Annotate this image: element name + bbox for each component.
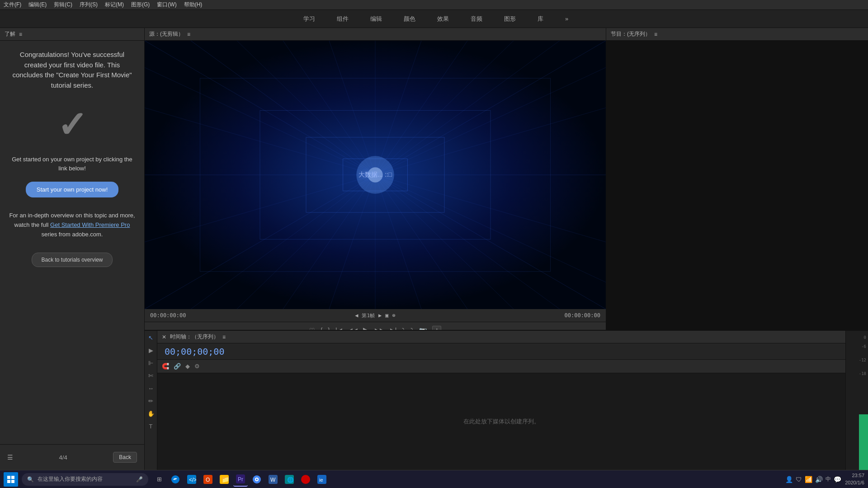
clock-date: 2020/1/6: [845, 479, 864, 486]
text-tool[interactable]: T: [146, 421, 156, 431]
timeline-close-icon[interactable]: ✕: [162, 334, 166, 340]
office-app[interactable]: O: [201, 472, 215, 487]
shield-icon[interactable]: 🛡: [796, 476, 802, 483]
meter-label-0: 0: [864, 335, 866, 340]
source-monitor: 源：(无剪辑） ≡: [145, 28, 606, 339]
volume-icon[interactable]: 🔊: [815, 476, 823, 483]
explorer-app[interactable]: 📁: [217, 472, 231, 487]
tl-link-btn[interactable]: 🔗: [174, 363, 181, 370]
nav-graphics[interactable]: 图形: [500, 13, 519, 25]
windows-start-button[interactable]: [4, 472, 18, 487]
vscode-icon: </>: [187, 475, 196, 484]
in-depth-suffix: series from adobe.com.: [42, 231, 103, 238]
timeline-tracks: 在此处放下媒体以创建序列。: [157, 373, 845, 470]
nav-components[interactable]: 组件: [333, 13, 352, 25]
network-wifi-icon[interactable]: 📶: [805, 476, 812, 483]
program-monitor-header: 节目：(无序列） ≡: [606, 28, 868, 41]
tl-add-marker-btn[interactable]: ◆: [185, 363, 190, 370]
taskbar-right: 👤 🛡 📶 🔊 中 💬 23:57 2020/1/6: [785, 472, 864, 486]
menu-clip[interactable]: 剪辑(C): [54, 1, 72, 9]
ime-icon[interactable]: 中: [826, 475, 831, 483]
menu-graphics[interactable]: 图形(G): [131, 1, 150, 9]
vscode-app[interactable]: </>: [184, 472, 199, 487]
empty-timeline-message: 在此处放下媒体以创建序列。: [463, 418, 540, 426]
taskbar-search-bar[interactable]: 🔍 在这里输入你要搜索的内容 🎤: [22, 473, 148, 486]
nav-library[interactable]: 库: [534, 13, 547, 25]
menu-window[interactable]: 窗口(W): [157, 1, 176, 9]
tl-snap-btn[interactable]: 🧲: [162, 363, 169, 370]
svg-text:O: O: [206, 477, 210, 483]
frame-fwd-icon[interactable]: ▶: [378, 312, 382, 319]
red-app[interactable]: [298, 472, 313, 487]
source-monitor-video: 大数据... ::□: [145, 41, 606, 309]
nav-learn[interactable]: 学习: [300, 13, 319, 25]
pen-tool[interactable]: ✏: [146, 396, 156, 406]
chrome-app[interactable]: [250, 472, 264, 487]
nav-edit[interactable]: 编辑: [367, 13, 386, 25]
office-icon: O: [203, 475, 212, 484]
nav-more-icon[interactable]: »: [565, 15, 568, 22]
frame-back-icon[interactable]: ◀: [355, 312, 358, 319]
svg-rect-41: [11, 480, 14, 483]
timeline-header: ✕ 时间轴：（无序列） ≡: [157, 331, 845, 343]
hand-tool[interactable]: ✋: [146, 408, 156, 418]
svg-text:🌐: 🌐: [287, 476, 294, 483]
meter-label-12: -12: [859, 358, 866, 362]
source-monitor-title: 源：(无剪辑）: [149, 30, 184, 38]
menu-sequence[interactable]: 序列(S): [80, 1, 98, 9]
program-monitor-menu-icon[interactable]: ≡: [654, 31, 657, 38]
nav-effects[interactable]: 效果: [434, 13, 453, 25]
panel-footer: ☰ 4/4 Back: [0, 444, 144, 470]
back-button[interactable]: Back: [113, 452, 137, 463]
menu-edit[interactable]: 编辑(E): [28, 1, 47, 9]
panel-content: Congratulations! You've successful creat…: [0, 41, 144, 444]
menu-help[interactable]: 帮助(H): [184, 1, 203, 9]
video-background: 大数据... ::□: [145, 41, 606, 309]
mic-icon[interactable]: 🎤: [136, 476, 143, 483]
word-app[interactable]: W: [266, 472, 280, 487]
nav-color[interactable]: 颜色: [400, 13, 419, 25]
timeline-timecode-value: 00;00;00;00: [165, 346, 224, 357]
expand-icon[interactable]: ⊕: [392, 312, 396, 319]
slip-tool[interactable]: ↔: [146, 383, 156, 393]
back-tutorials-button[interactable]: Back to tutorials overview: [32, 253, 112, 267]
razor-tool[interactable]: ✄: [146, 371, 156, 380]
ripple-edit-tool[interactable]: ⊩: [146, 358, 156, 368]
svg-point-53: [256, 479, 258, 480]
premiere-app[interactable]: Pr: [233, 472, 248, 487]
svg-rect-38: [7, 476, 10, 479]
hamburger-icon[interactable]: ☰: [7, 454, 13, 461]
get-started-link[interactable]: Get Started With Premiere Pro: [50, 221, 130, 228]
source-transport-controls: ◀ 第1帧 ▶ ▣ ⊕: [355, 312, 396, 319]
meter-label-18: -18: [859, 371, 866, 376]
browser-app[interactable]: ie: [315, 472, 329, 487]
windows-logo-icon: [7, 476, 14, 483]
tl-settings-btn[interactable]: ⚙: [194, 363, 200, 370]
source-monitor-menu-icon[interactable]: ≡: [187, 31, 190, 38]
meter-label-6: -6: [861, 344, 866, 349]
svg-text:ie: ie: [319, 477, 323, 483]
left-panel-header: 了解 ≡: [0, 28, 144, 41]
chrome-icon: [252, 475, 261, 484]
left-panel: 了解 ≡ Congratulations! You've successful …: [0, 28, 145, 470]
fit-icon[interactable]: ▣: [385, 312, 388, 319]
left-panel-menu-icon[interactable]: ≡: [19, 31, 22, 38]
edge-app[interactable]: [168, 472, 183, 487]
svg-text:📁: 📁: [222, 476, 229, 483]
selection-tool[interactable]: ↖: [146, 333, 156, 343]
menu-file[interactable]: 文件(F): [4, 1, 21, 9]
task-view-app[interactable]: ⊞: [152, 472, 166, 487]
web-app[interactable]: 🌐: [282, 472, 297, 487]
timeline-area: ↖ ▶ ⊩ ✄ ↔ ✏ ✋ T ✕ 时间轴：（无序列） ≡ 00;00;00;0…: [145, 330, 868, 470]
menu-marker[interactable]: 标记(M): [105, 1, 124, 9]
track-select-tool[interactable]: ▶: [146, 345, 156, 355]
left-panel-title: 了解: [5, 30, 15, 38]
page-indicator: 4/4: [59, 454, 67, 461]
start-project-button[interactable]: Start your own project now!: [26, 182, 119, 197]
source-timecode-bar: 00:00:00:00 ◀ 第1帧 ▶ ▣ ⊕ 00:00:00:00: [145, 309, 606, 322]
timeline-menu-icon[interactable]: ≡: [222, 334, 226, 340]
network-icon[interactable]: 👤: [785, 476, 793, 483]
nav-audio[interactable]: 音频: [467, 13, 486, 25]
notification-icon[interactable]: 💬: [834, 476, 841, 483]
audio-meter: 0 -6 -12 -18: [845, 331, 868, 470]
